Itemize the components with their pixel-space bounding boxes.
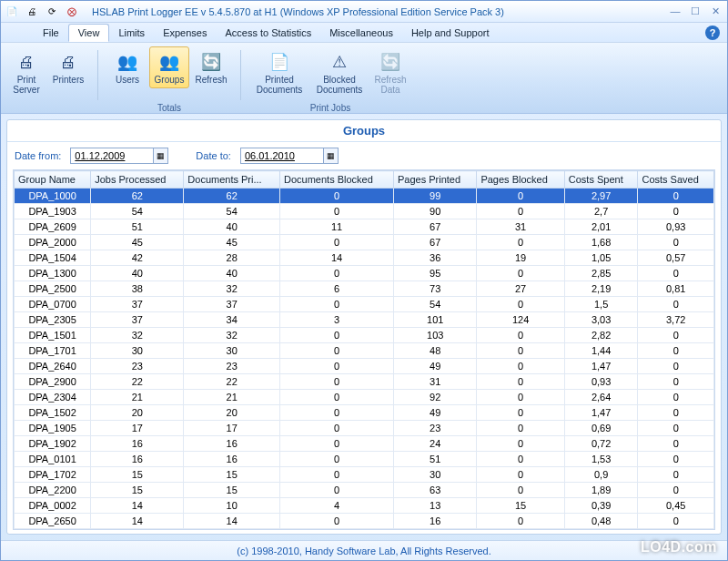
table-row[interactable]: DPA_0000131303601,080 <box>15 529 714 531</box>
table-row[interactable]: DPA_15013232010302,820 <box>15 328 714 343</box>
table-row[interactable]: DPA_2304212109202,640 <box>15 390 714 405</box>
table-row[interactable]: DPA_1300404009502,850 <box>15 266 714 281</box>
table-row[interactable]: DPA_2305373431011243,033,72 <box>15 312 714 328</box>
table-cell: DPA_1905 <box>15 421 91 436</box>
table-cell: DPA_1504 <box>15 250 91 266</box>
table-cell: 17 <box>184 421 280 436</box>
column-header[interactable]: Costs Saved <box>638 171 714 189</box>
table-row[interactable]: DPA_1000626209902,970 <box>15 189 714 204</box>
blocked-docs-button[interactable]: ⚠BlockedDocuments <box>310 46 369 98</box>
column-header[interactable]: Costs Spent <box>564 171 638 189</box>
quick-print-icon[interactable]: 🖨 <box>25 5 39 19</box>
date-to-field[interactable]: ▦ <box>240 148 339 164</box>
table-cell: DPA_1701 <box>15 343 91 359</box>
table-row[interactable]: DPA_1905171702300,690 <box>15 421 714 436</box>
table-container[interactable]: Group NameJobs ProcessedDocuments Pri...… <box>13 169 715 530</box>
column-header[interactable]: Pages Printed <box>394 171 477 189</box>
table-cell: 0 <box>477 204 564 219</box>
table-cell: 30 <box>184 343 280 359</box>
table-cell: DPA_2609 <box>15 219 91 235</box>
table-cell: 3,03 <box>564 312 638 328</box>
table-row[interactable]: DPA_1902161602400,720 <box>15 436 714 452</box>
table-cell: 22 <box>91 374 184 390</box>
table-row[interactable]: DPA_2000454506701,680 <box>15 235 714 250</box>
toolbar-separator <box>240 50 241 100</box>
printers-button[interactable]: 🖨Printers <box>48 46 88 98</box>
table-cell: 0,39 <box>564 498 638 514</box>
table-row[interactable]: DPA_2900222203100,930 <box>15 374 714 390</box>
date-filter-bar: Date from: ▦ Date to: ▦ <box>7 142 721 169</box>
table-row[interactable]: DPA_25003832673272,190,81 <box>15 281 714 297</box>
table-row[interactable]: DPA_1702151503000,90 <box>15 467 714 483</box>
footer-bar: (c) 1998-2010, Handy Software Lab, All R… <box>1 540 727 560</box>
print-server-button[interactable]: 🖨PrintServer <box>6 46 46 98</box>
groups-button[interactable]: 👥Groups <box>149 46 189 88</box>
table-cell: 0 <box>477 452 564 467</box>
column-header[interactable]: Documents Pri... <box>184 171 280 189</box>
help-icon[interactable]: ? <box>705 26 720 40</box>
date-to-calendar-icon[interactable]: ▦ <box>323 148 338 163</box>
table-row[interactable]: DPA_260951401167312,010,93 <box>15 219 714 235</box>
printed-docs-button[interactable]: 📄PrintedDocuments <box>250 46 308 98</box>
table-row[interactable]: DPA_1701303004801,440 <box>15 343 714 359</box>
menu-item-help-and-support[interactable]: Help and Support <box>402 25 499 41</box>
table-cell: 0 <box>477 189 564 204</box>
table-cell: 0,57 <box>638 250 714 266</box>
quick-close-icon[interactable]: ⨂ <box>65 5 79 19</box>
refresh-button[interactable]: 🔄Refresh <box>191 46 231 88</box>
date-from-input[interactable] <box>71 149 153 162</box>
date-to-input[interactable] <box>241 149 323 162</box>
table-cell: 0,81 <box>638 281 714 297</box>
table-cell: 2,85 <box>564 266 638 281</box>
date-from-field[interactable]: ▦ <box>70 148 168 164</box>
table-cell: 99 <box>394 189 477 204</box>
close-button[interactable]: ✕ <box>707 5 723 18</box>
table-row[interactable]: DPA_1903545409002,70 <box>15 204 714 219</box>
table-cell: 3,72 <box>638 312 714 328</box>
table-row[interactable]: DPA_150442281436191,050,57 <box>15 250 714 266</box>
table-row[interactable]: DPA_2650141401600,480 <box>15 514 714 529</box>
table-row[interactable]: DPA_00021410413150,390,45 <box>15 498 714 514</box>
table-cell: 28 <box>184 250 280 266</box>
column-header[interactable]: Group Name <box>15 171 91 189</box>
menu-item-file[interactable]: File <box>34 25 68 41</box>
table-cell: 36 <box>394 529 477 531</box>
table-cell: 42 <box>91 250 184 266</box>
column-header[interactable]: Pages Blocked <box>477 171 564 189</box>
table-cell: 0 <box>280 359 394 374</box>
table-cell: 34 <box>184 312 280 328</box>
table-row[interactable]: DPA_0101161605101,530 <box>15 452 714 467</box>
menu-item-limits[interactable]: Limits <box>109 25 154 41</box>
minimize-button[interactable]: — <box>667 5 683 18</box>
column-header[interactable]: Documents Blocked <box>280 171 394 189</box>
date-from-calendar-icon[interactable]: ▦ <box>153 148 167 163</box>
table-row[interactable]: DPA_2640232304901,470 <box>15 359 714 374</box>
menu-item-view[interactable]: View <box>68 24 110 42</box>
table-cell: 0 <box>638 436 714 452</box>
table-cell: 0 <box>280 514 394 529</box>
toolbar-separator <box>97 50 98 100</box>
menu-item-expenses[interactable]: Expenses <box>154 25 216 41</box>
maximize-button[interactable]: ☐ <box>687 5 703 18</box>
quick-refresh-icon[interactable]: ⟳ <box>45 5 59 19</box>
table-row[interactable]: DPA_0700373705401,50 <box>15 297 714 312</box>
table-cell: 0 <box>638 235 714 250</box>
printers-icon: 🖨 <box>56 49 81 75</box>
table-row[interactable]: DPA_1502202004901,470 <box>15 405 714 421</box>
menu-item-miscellaneous[interactable]: Miscellaneous <box>320 25 402 41</box>
users-button[interactable]: 👥Users <box>107 46 147 88</box>
watermark: LO4D.com <box>641 539 717 556</box>
quick-print-preview-icon[interactable]: 📄 <box>5 5 19 19</box>
table-cell: 17 <box>91 421 184 436</box>
column-header[interactable]: Jobs Processed <box>91 171 184 189</box>
table-cell: DPA_2304 <box>15 390 91 405</box>
table-cell: 1,08 <box>564 529 638 531</box>
table-row[interactable]: DPA_2200151506301,890 <box>15 483 714 498</box>
table-cell: 0 <box>638 189 714 204</box>
table-cell: DPA_2200 <box>15 483 91 498</box>
table-cell: 16 <box>91 452 184 467</box>
table-cell: 0,72 <box>564 436 638 452</box>
menu-item-access-to-statistics[interactable]: Access to Statistics <box>216 25 320 41</box>
toolbar-group: 👥Users👥Groups🔄RefreshTotals <box>107 46 231 113</box>
table-cell: 0,93 <box>638 219 714 235</box>
